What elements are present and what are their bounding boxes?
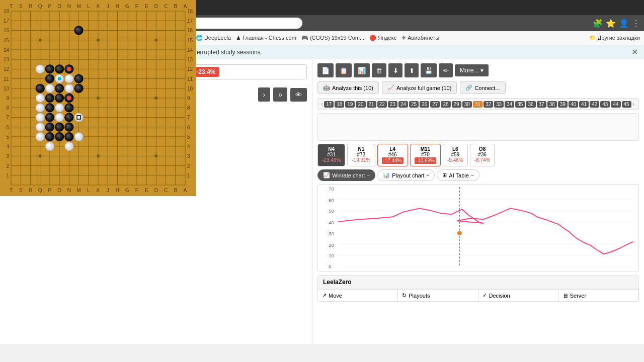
tab-aitable[interactable]: ⊞ AI Table − [437,169,479,181]
suggestion-n1[interactable]: N1 #73 -19.31% [347,144,375,166]
menu-btn[interactable]: ⋮ [632,19,640,28]
move-chip-27[interactable]: 27 [430,101,440,108]
analyze-this-btn[interactable]: 🤖 Analyze this (10) [317,81,379,94]
profile-btn[interactable]: 👤 [619,19,629,28]
bm-chess[interactable]: ♟ Главная - Chess.com [236,35,296,41]
move-chip-39[interactable]: 39 [558,101,568,108]
playout-label: Playout chart [392,172,424,178]
suggestions: N4 #31 -23.49% N1 #73 -19.31% L4 #46 -17… [317,144,639,166]
move-chip-31[interactable]: 31 [473,101,482,108]
move-chip-36[interactable]: 36 [526,101,535,108]
move-chip-26[interactable]: 26 [420,101,429,108]
bm-avia[interactable]: ✈ Авиабилеты [401,35,439,41]
leela-col-playouts: ↻ Playouts [398,290,478,301]
bm-yandex[interactable]: 🔴 Яндекс [369,35,396,41]
notif-close-btn[interactable]: ✕ [631,47,638,57]
go-board[interactable] [0,0,196,196]
leela-columns: ↗ Move ↻ Playouts ✓ Decision 🖥 Server [318,289,638,301]
aitable-label: AI Table [449,172,469,178]
analyze-full-label: Analyze full game (10) [396,85,451,91]
chart-tabs: 📈 Winrate chart − 📊 Playout chart + ⊞ AI… [317,169,639,181]
timeline-prev[interactable]: ‹ [321,101,323,108]
move-chip-44[interactable]: 44 [611,101,620,108]
analysis-area [317,113,639,141]
svg-text:40: 40 [329,220,334,225]
chart-area[interactable]: 70 60 50 40 30 20 10 0 [317,184,639,272]
upload-btn[interactable]: ⬆ [405,63,419,77]
move-chip-33[interactable]: 33 [494,101,504,108]
analyze-full-icon: 📈 [387,84,394,91]
move-chip-38[interactable]: 38 [547,101,557,108]
aitable-tab-close[interactable]: − [471,172,474,178]
move-chip-22[interactable]: 22 [377,101,387,108]
right-panel: 📄 📋 📊 🗑 ⬇ ⬆ 💾 ✏ More... ▾ 🤖 Analyze this… [312,59,644,344]
bm-deepleela[interactable]: 🌐 DeepLeela [196,35,231,41]
bm-cgos[interactable]: 🎮 (CGOS) 19x19 Com... [301,35,364,41]
score-badge: -23.4% [192,67,219,77]
suggestion-m11[interactable]: M11 #70 -10.69% [410,144,441,166]
save-btn[interactable]: 💾 [421,63,437,77]
chart-btn[interactable]: 📊 [354,63,370,77]
move-chip-17[interactable]: 17 [324,101,334,108]
connect-icon: 🔗 [465,84,472,91]
winrate-tab-close[interactable]: − [367,172,370,178]
move-chip-34[interactable]: 34 [505,101,514,108]
tab-playout[interactable]: 📊 Playout chart + [377,169,435,181]
leela-section: LeelaZero ↗ Move ↻ Playouts ✓ Decision 🖥… [317,275,639,302]
move-chip-23[interactable]: 23 [388,101,397,108]
leela-title: LeelaZero [323,279,352,286]
suggestion-l4[interactable]: L4 #46 -17.44% [377,144,408,166]
move-chip-41[interactable]: 41 [579,101,589,108]
more-btn[interactable]: More... ▾ [455,64,489,76]
new-game-btn[interactable]: 📄 [317,63,334,77]
move-chip-45[interactable]: 45 [622,101,631,108]
move-chip-25[interactable]: 25 [409,101,419,108]
leela-col-move: ↗ Move [318,290,398,301]
delete-btn[interactable]: 🗑 [372,63,386,77]
next-move-btn[interactable]: › [258,87,271,102]
server-col-icon: 🖥 [562,293,568,299]
move-chip-37[interactable]: 37 [537,101,546,108]
leela-col-server: 🖥 Server [558,290,638,301]
move-timeline[interactable]: ‹ 17 18 19 20 21 22 23 24 25 26 27 28 29… [317,98,639,110]
analyze-full-btn[interactable]: 📈 Analyze full game (10) [382,81,457,94]
tab-winrate[interactable]: 📈 Winrate chart − [317,169,375,181]
connect-btn[interactable]: 🔗 Connect... [460,81,505,94]
suggestion-l6[interactable]: L6 #59 -9.46% [443,144,468,166]
last-move-btn[interactable]: » [273,87,287,102]
leela-header: LeelaZero [318,276,638,289]
move-chip-42[interactable]: 42 [590,101,599,108]
bookmark-btn[interactable]: ⭐ [606,19,616,28]
suggestion-o8[interactable]: O8 #36 -8.74% [470,144,495,166]
toggle-view-btn[interactable]: 👁 [290,88,307,102]
move-chip-30[interactable]: 30 [462,101,472,108]
playout-tab-close[interactable]: + [426,172,429,178]
suggestion-n4[interactable]: N4 #31 -23.49% [317,144,345,166]
leela-col-decision: ✓ Decision [478,290,558,301]
move-chip-29[interactable]: 29 [452,101,461,108]
move-chip-20[interactable]: 20 [356,101,365,108]
move-chip-24[interactable]: 24 [398,101,408,108]
winrate-icon: 📈 [323,172,330,178]
playout-icon: 📊 [383,172,390,178]
move-chip-19[interactable]: 19 [345,101,355,108]
decision-col-icon: ✓ [482,292,487,299]
move-chip-28[interactable]: 28 [441,101,450,108]
analyze-bar: 🤖 Analyze this (10) 📈 Analyze full game … [317,81,639,94]
bm-other[interactable]: 📁 Другие закладки [589,35,640,41]
analyze-icon: 🤖 [323,84,330,91]
timeline-next[interactable]: › [632,101,634,108]
move-chip-21[interactable]: 21 [367,101,376,108]
move-chip-32[interactable]: 32 [484,101,493,108]
edit-btn[interactable]: ✏ [439,63,453,77]
svg-text:0: 0 [329,264,331,269]
move-chip-18[interactable]: 18 [335,101,344,108]
download-btn[interactable]: ⬇ [388,63,403,77]
winrate-label: Winrate chart [332,172,365,178]
move-chip-35[interactable]: 35 [515,101,525,108]
copy-btn[interactable]: 📋 [336,63,352,77]
move-chip-40[interactable]: 40 [569,101,578,108]
svg-text:60: 60 [329,198,334,203]
move-chip-43[interactable]: 43 [600,101,610,108]
extensions-btn[interactable]: 🧩 [593,19,603,28]
